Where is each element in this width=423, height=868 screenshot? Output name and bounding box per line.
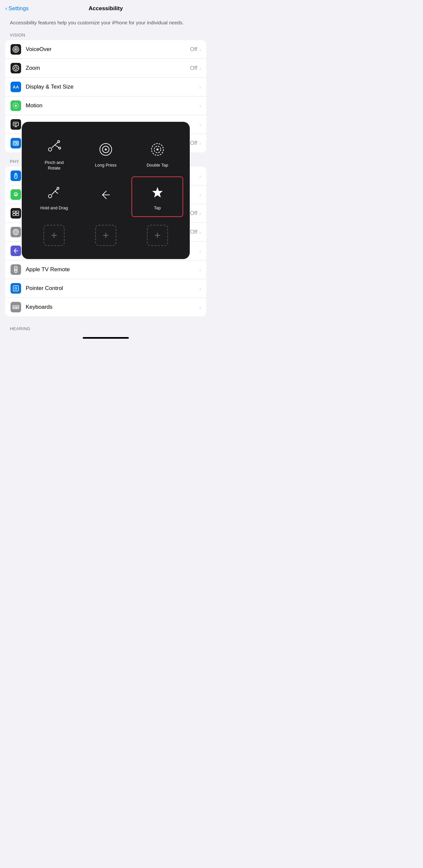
hearing-section-label: HEARING	[0, 323, 212, 334]
zoom-value: Off	[190, 65, 197, 71]
nav-bar: ‹ Settings Accessibility	[0, 0, 212, 15]
zoom-icon	[10, 63, 21, 73]
svg-point-30	[15, 231, 17, 234]
double-tap-icon	[148, 140, 167, 159]
tap-label: Tap	[154, 206, 161, 211]
settings-row-pointer-control[interactable]: Pointer Control ›	[5, 279, 206, 298]
pointer-control-label: Pointer Control	[26, 285, 199, 292]
svg-rect-28	[16, 214, 19, 216]
svg-rect-11	[13, 122, 19, 126]
svg-rect-35	[13, 286, 19, 291]
svg-point-24	[16, 193, 17, 194]
display-text-size-chevron: ›	[199, 84, 201, 90]
svg-rect-25	[13, 211, 16, 213]
apple-tv-remote-icon	[10, 264, 21, 275]
settings-row-keyboards[interactable]: Keyboards ›	[5, 298, 206, 316]
motion-icon	[10, 100, 21, 111]
audio-descriptions-chevron: ›	[199, 141, 201, 146]
svg-rect-26	[16, 211, 19, 213]
long-press-icon	[96, 140, 116, 159]
pinch-rotate-icon	[44, 137, 64, 157]
popup-add-row	[28, 220, 183, 251]
voiceover-label: VoiceOver	[26, 46, 190, 53]
svg-marker-63	[152, 187, 163, 197]
switch-control-chevron: ›	[199, 211, 201, 216]
voiceover-value: Off	[190, 46, 197, 53]
svg-point-49	[58, 141, 60, 143]
popup-grid: Pinch andRotate Long Press	[28, 132, 183, 217]
home-indicator	[83, 337, 129, 339]
back-label[interactable]: Settings	[8, 5, 29, 12]
audio-descriptions-icon	[10, 138, 21, 149]
add-button-2[interactable]	[80, 220, 132, 251]
popup-item-pinch-rotate[interactable]: Pinch andRotate	[28, 132, 80, 177]
long-press-label: Long Press	[95, 163, 117, 168]
assistivetouch-chevron: ›	[199, 229, 201, 235]
pointer-control-icon	[10, 283, 21, 293]
settings-row-motion[interactable]: Motion ›	[5, 96, 206, 115]
settings-row-display-text-size[interactable]: AA Display & Text Size ›	[5, 78, 206, 96]
svg-point-51	[59, 147, 61, 149]
assistivetouch-value: Off	[190, 229, 197, 235]
svg-point-36	[15, 287, 17, 289]
svg-line-50	[55, 145, 59, 148]
zoom-label: Zoom	[26, 65, 190, 71]
motion-label: Motion	[26, 102, 199, 109]
svg-point-58	[49, 194, 52, 198]
svg-rect-12	[14, 123, 18, 124]
zoom-chevron: ›	[199, 65, 201, 71]
popup-item-back[interactable]	[80, 177, 132, 217]
popup-item-hold-drag[interactable]: Hold and Drag	[28, 177, 80, 217]
add-button-3[interactable]	[132, 220, 183, 251]
touch-chevron: ›	[199, 173, 201, 179]
settings-row-apple-tv-remote[interactable]: Apple TV Remote ›	[5, 260, 206, 279]
keyboards-label: Keyboards	[26, 304, 199, 310]
svg-point-54	[105, 149, 107, 150]
keyboards-icon	[10, 302, 21, 312]
svg-point-23	[15, 193, 16, 194]
back-arrow-icon	[96, 185, 116, 205]
gesture-popup: Pinch andRotate Long Press	[22, 122, 190, 259]
description-text: Accessibility features help you customiz…	[0, 15, 212, 33]
display-text-size-icon: AA	[10, 82, 21, 92]
popup-item-tap[interactable]: Tap	[132, 177, 183, 217]
spoken-content-chevron: ›	[199, 122, 201, 127]
svg-point-60	[57, 187, 59, 189]
back-button[interactable]: ‹ Settings	[5, 5, 29, 12]
svg-rect-13	[14, 124, 17, 125]
svg-point-3	[13, 65, 19, 71]
svg-point-29	[13, 229, 19, 235]
assistivetouch-icon	[10, 227, 21, 237]
tap-icon	[148, 182, 167, 202]
add-button-2-inner	[95, 225, 116, 246]
add-button-3-inner	[147, 225, 168, 246]
vision-section-label: VISION	[0, 33, 212, 40]
page-title: Accessibility	[89, 5, 123, 12]
guided-access-icon	[10, 246, 21, 256]
svg-rect-27	[13, 214, 16, 216]
pinch-rotate-label: Pinch andRotate	[45, 160, 63, 171]
svg-point-4	[15, 67, 17, 69]
popup-item-long-press[interactable]: Long Press	[80, 132, 132, 177]
add-button-1[interactable]	[28, 220, 80, 251]
popup-item-double-tap[interactable]: Double Tap	[132, 132, 183, 177]
spoken-content-icon	[10, 119, 21, 130]
audio-descriptions-value: Off	[190, 140, 197, 147]
settings-row-voiceover[interactable]: VoiceOver Off ›	[5, 40, 206, 59]
keyboards-chevron: ›	[199, 305, 201, 310]
chevron-left-icon: ‹	[5, 5, 7, 12]
hold-drag-icon	[44, 182, 64, 202]
apple-tv-remote-chevron: ›	[199, 267, 201, 273]
voiceover-icon	[10, 44, 21, 55]
switch-control-value: Off	[190, 210, 197, 217]
settings-row-zoom[interactable]: Zoom Off ›	[5, 59, 206, 78]
face-id-chevron: ›	[199, 192, 201, 197]
touch-icon	[10, 170, 21, 181]
svg-point-57	[157, 149, 159, 150]
svg-point-2	[16, 49, 17, 50]
pointer-control-chevron: ›	[199, 286, 201, 291]
svg-line-59	[52, 189, 57, 194]
svg-line-61	[55, 191, 58, 193]
face-id-icon	[10, 189, 21, 200]
motion-chevron: ›	[199, 103, 201, 108]
